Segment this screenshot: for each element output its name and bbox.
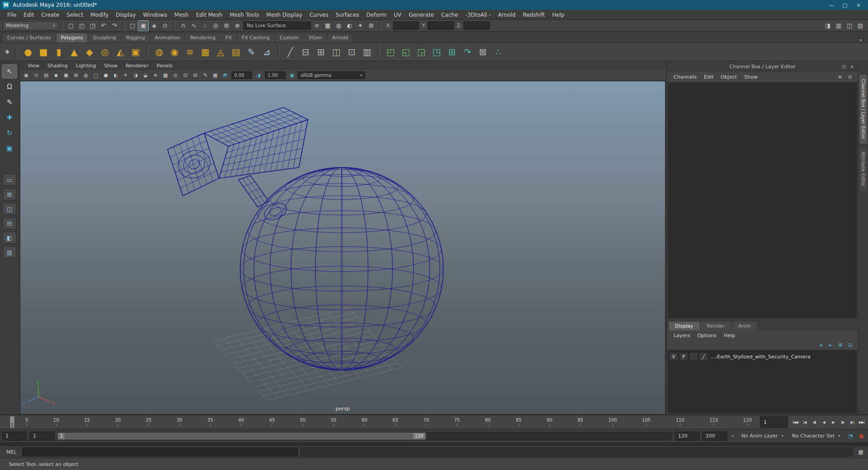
panel-menu-item[interactable]: Show xyxy=(101,62,121,69)
select-mask-icon[interactable]: ⊙ xyxy=(160,21,170,31)
poly-cube-icon[interactable]: ■ xyxy=(36,45,51,59)
select-object-icon[interactable]: ▣ xyxy=(138,21,148,31)
channel-box-menu-item[interactable]: Show xyxy=(741,73,761,81)
separate-icon[interactable]: ◱ xyxy=(399,45,413,59)
open-render-view-icon[interactable]: ▦ xyxy=(323,21,333,31)
panel-dock-icon[interactable]: ⊡ xyxy=(840,64,848,69)
insert-edge-loop-icon[interactable]: ⊟ xyxy=(298,45,313,59)
select-camera-icon[interactable]: ◉ xyxy=(22,71,31,80)
maximize-button[interactable]: □ xyxy=(838,0,852,10)
open-scene-icon[interactable]: ◰ xyxy=(77,21,87,31)
range-end-handle[interactable]: 120 xyxy=(413,433,425,439)
crease-tool-icon[interactable]: ◫ xyxy=(329,45,344,59)
panel-menu-item[interactable]: Lighting xyxy=(73,62,99,69)
sidebar-vertical-tab[interactable]: Attribute Editor xyxy=(859,147,867,191)
shelf-menu-caret-icon[interactable]: ▾ xyxy=(856,38,865,42)
shadows-icon[interactable]: ◑ xyxy=(131,71,140,80)
select-tool-icon[interactable]: ↖ xyxy=(2,65,17,78)
multi-cut-icon[interactable]: ╱ xyxy=(283,45,297,59)
poly-grid-icon[interactable]: ▦ xyxy=(198,45,212,59)
boolean-union-icon[interactable]: ◲ xyxy=(414,45,429,59)
layer-editor-tab[interactable]: Display xyxy=(669,322,700,330)
menu-item[interactable]: Edit Mesh xyxy=(192,11,226,19)
make-live-icon[interactable]: ⊕ xyxy=(232,21,242,31)
toggle-attribute-editor-icon[interactable]: ▥ xyxy=(834,21,844,31)
super-shape-icon[interactable]: ▤ xyxy=(229,45,243,59)
connect-tool-icon[interactable]: ▥ xyxy=(360,45,374,59)
isolate-select-icon[interactable]: ⊡ xyxy=(181,71,190,80)
camera-attributes-icon[interactable]: ▤ xyxy=(42,71,51,80)
layout-single-pane-icon[interactable]: ▭ xyxy=(3,174,16,186)
scale-tool-icon[interactable]: ▣ xyxy=(2,141,17,155)
poly-cylinder-icon[interactable]: ▮ xyxy=(52,45,66,59)
y-input[interactable] xyxy=(428,21,454,30)
layer-row[interactable]: V P ╱ ...:Earth_Stylized_with_Security_C… xyxy=(669,352,856,362)
snap-to-point-icon[interactable]: ∴ xyxy=(200,21,210,31)
new-scene-icon[interactable]: ▢ xyxy=(66,21,76,31)
motion-blur-icon[interactable]: ≋ xyxy=(151,71,160,80)
panel-menu-item[interactable]: Renderer xyxy=(123,62,151,69)
gamma-field[interactable]: 1.00 xyxy=(265,71,286,79)
command-result-area[interactable] xyxy=(300,447,853,456)
shelf-tab[interactable]: Arnold xyxy=(327,33,353,42)
shelf-tab[interactable]: Custom xyxy=(275,33,303,42)
menu-item[interactable]: Mesh Display xyxy=(263,11,306,19)
play-forwards-button[interactable]: ▶ xyxy=(829,416,838,428)
layer-list[interactable]: V P ╱ ...:Earth_Stylized_with_Security_C… xyxy=(668,350,857,414)
poly-sphere-icon[interactable]: ● xyxy=(21,45,35,59)
menu-item[interactable]: UV xyxy=(390,11,405,19)
duplicate-face-icon[interactable]: ⊞ xyxy=(445,45,459,59)
exposure-icon[interactable]: ◓ xyxy=(221,71,230,80)
snap-view-plane-icon[interactable]: ⊞ xyxy=(222,21,231,31)
panel-menu-item[interactable]: Panels xyxy=(153,62,175,69)
menu-item[interactable]: Modify xyxy=(87,11,112,19)
layer-color-swatch[interactable]: ╱ xyxy=(699,352,708,361)
go-to-end-button[interactable]: ▶▶| xyxy=(857,416,866,428)
shelf-tab[interactable]: Animation xyxy=(151,33,185,42)
live-surface-field[interactable]: No Live Surface xyxy=(243,21,311,30)
field-chart-icon[interactable]: ⊟ xyxy=(191,71,200,80)
xray-icon[interactable]: ◎ xyxy=(171,71,180,80)
command-input[interactable] xyxy=(22,447,298,456)
layout-two-stacked-icon[interactable]: ⊟ xyxy=(3,217,16,229)
channel-box-menu-item[interactable]: Object xyxy=(717,73,740,81)
channel-list-area[interactable] xyxy=(668,83,857,319)
menu-item[interactable]: Display xyxy=(112,11,139,19)
range-slider-track[interactable]: 1 120 xyxy=(57,432,672,440)
menu-item[interactable]: Cache xyxy=(438,11,462,19)
pencil-curve-icon[interactable]: ✎ xyxy=(244,45,259,59)
lock-camera-icon[interactable]: ⊙ xyxy=(32,71,41,80)
channel-box-menu-item[interactable]: Channels xyxy=(670,73,700,81)
layer-editor-menu-item[interactable]: Help xyxy=(721,332,738,339)
menu-item[interactable]: Mesh Tools xyxy=(226,11,263,19)
menu-item[interactable]: Edit xyxy=(20,11,38,19)
snap-projected-center-icon[interactable]: ◎ xyxy=(211,21,221,31)
pan-zoom-2d-icon[interactable]: ⊞ xyxy=(71,71,80,80)
menu-item[interactable]: Arnold xyxy=(495,11,519,19)
panel-close-icon[interactable]: × xyxy=(848,64,856,69)
poly-disc-icon[interactable]: ≋ xyxy=(183,45,197,59)
menu-item[interactable]: Mesh xyxy=(171,11,193,19)
use-all-lights-icon[interactable]: ☀ xyxy=(121,71,130,80)
construction-history-icon[interactable]: ≡ xyxy=(312,21,322,31)
shelf-options-icon[interactable]: ✱ xyxy=(3,49,12,55)
render-settings-icon[interactable]: ✦ xyxy=(355,21,365,31)
panel-menu-item[interactable]: Shading xyxy=(44,62,71,69)
add-layer-from-selection-icon[interactable]: ⊡ xyxy=(846,341,854,349)
lasso-tool-icon[interactable]: Ω xyxy=(2,80,17,94)
color-management-icon[interactable]: ◉ xyxy=(288,71,297,80)
anim-layer-dropdown[interactable]: No Anim Layer ▾ xyxy=(738,432,787,441)
current-frame-field[interactable]: 1 xyxy=(760,416,788,428)
menu-item[interactable]: Generate xyxy=(405,11,438,19)
poly-plane-icon[interactable]: ◆ xyxy=(82,45,97,59)
render-current-frame-icon[interactable]: ◍ xyxy=(334,21,344,31)
close-button[interactable]: × xyxy=(852,0,865,10)
minimize-button[interactable]: — xyxy=(825,0,838,10)
layout-three-split-icon[interactable]: ◧ xyxy=(3,232,16,244)
select-component-icon[interactable]: ◈ xyxy=(149,21,159,31)
layer-editor-tab[interactable]: Anim xyxy=(732,322,757,330)
multisample-icon[interactable]: ▩ xyxy=(161,71,170,80)
layer-editor-menu-item[interactable]: Options xyxy=(694,332,719,339)
textured-mode-icon[interactable]: ◐ xyxy=(111,71,120,80)
layer-move-down-icon[interactable]: ▸ xyxy=(826,341,835,349)
